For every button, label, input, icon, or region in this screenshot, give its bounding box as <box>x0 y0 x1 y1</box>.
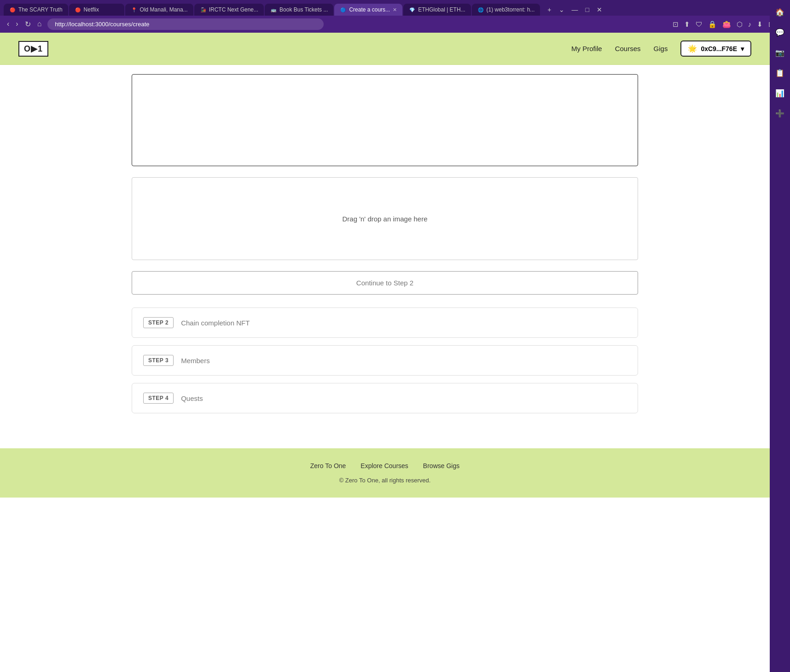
maximize-icon[interactable]: □ <box>583 5 592 14</box>
nav-my-profile[interactable]: My Profile <box>571 45 602 52</box>
tab-controls: + ⌄ — □ ✕ <box>545 5 605 14</box>
music-icon[interactable]: ♪ <box>747 19 753 29</box>
right-sidebar: 🏠 💬 📷 📋 📊 ➕ <box>770 0 790 672</box>
sidebar-add-icon[interactable]: ➕ <box>773 106 787 121</box>
step-3-card: STEP 3 Members <box>132 345 638 376</box>
footer-links: Zero To One Explore Courses Browse Gigs <box>18 462 751 469</box>
tab-label-bus: Book Bus Tickets ... <box>279 6 328 13</box>
wallet-address: 0xC9...F76E <box>701 45 737 52</box>
step-2-card: STEP 2 Chain completion NFT <box>132 307 638 338</box>
tab-create-course[interactable]: 🔵 Create a cours... ✕ <box>334 4 402 16</box>
tab-irctc[interactable]: 🚂 IRCTC Next Gene... <box>194 4 264 16</box>
tab-list-icon[interactable]: ⌄ <box>556 5 567 14</box>
reload-button[interactable]: ↻ <box>23 19 33 29</box>
sidebar-chat-icon[interactable]: 💬 <box>773 25 787 40</box>
home-button[interactable]: ⌂ <box>35 19 44 29</box>
footer-link-zero-to-one[interactable]: Zero To One <box>310 462 346 469</box>
page-wrapper: O▶1 My Profile Courses Gigs 🌟 0xC9...F76… <box>0 33 770 668</box>
back-button[interactable]: ‹ <box>5 19 12 29</box>
tab-web3torrent[interactable]: 🌐 (1) web3torrent: h... <box>472 4 540 16</box>
tab-netflix[interactable]: 🔴 Netflix <box>69 4 124 16</box>
footer: Zero To One Explore Courses Browse Gigs … <box>0 448 770 498</box>
download-icon[interactable]: ⬇ <box>755 19 764 30</box>
vpn-icon[interactable]: 🔒 <box>707 19 718 30</box>
nav-gigs[interactable]: Gigs <box>654 45 668 52</box>
browser-actions: ⊡ ⬆ 🛡 🔒 👛 ⬡ ♪ ⬇ ⊞ ≡ <box>671 19 785 30</box>
crypto-icon[interactable]: ⬡ <box>735 19 744 30</box>
close-window-icon[interactable]: ✕ <box>594 5 605 14</box>
address-bar-row: ‹ › ↻ ⌂ ⊡ ⬆ 🛡 🔒 👛 ⬡ ♪ ⬇ ⊞ ≡ <box>0 16 790 33</box>
step-4-card: STEP 4 Quests <box>132 383 638 413</box>
wallet-ext-icon[interactable]: 👛 <box>721 19 732 30</box>
address-input[interactable] <box>47 18 324 30</box>
tab-favicon-scary-truth: 🔴 <box>9 6 16 13</box>
nav-links: My Profile Courses Gigs 🌟 0xC9...F76E ▾ <box>571 41 751 57</box>
step-2-badge: STEP 2 <box>143 317 174 328</box>
minimize-icon[interactable]: — <box>569 5 581 14</box>
share-icon[interactable]: ⬆ <box>683 19 691 30</box>
tab-favicon-netflix: 🔴 <box>75 6 81 13</box>
cast-icon[interactable]: ⊡ <box>671 19 680 30</box>
wallet-emoji: 🌟 <box>688 44 697 53</box>
tab-label-scary-truth: The SCARY Truth <box>18 6 63 13</box>
drag-drop-label: Drag 'n' drop an image here <box>342 215 427 223</box>
tab-label-manali: Old Manali, Mana... <box>140 6 188 13</box>
tab-bar: 🔴 The SCARY Truth 🔴 Netflix 📍 Old Manali… <box>0 0 790 16</box>
tab-favicon-manali: 📍 <box>131 6 137 13</box>
tab-label-create: Create a cours... <box>349 6 390 13</box>
tab-bus[interactable]: 🚌 Book Bus Tickets ... <box>265 4 333 16</box>
tab-favicon-eth: 💎 <box>409 6 415 13</box>
tab-label-irctc: IRCTC Next Gene... <box>209 6 258 13</box>
tab-scary-truth[interactable]: 🔴 The SCARY Truth <box>4 4 68 16</box>
tab-ethglobal[interactable]: 💎 ETHGlobal | ETH... <box>403 4 471 16</box>
browser-chrome: 🔴 The SCARY Truth 🔴 Netflix 📍 Old Manali… <box>0 0 790 33</box>
nav-courses[interactable]: Courses <box>615 45 641 52</box>
text-editor-area[interactable] <box>132 74 638 166</box>
forward-button[interactable]: › <box>13 19 20 29</box>
tab-favicon-irctc: 🚂 <box>200 6 206 13</box>
continue-step2-button[interactable]: Continue to Step 2 <box>132 271 638 295</box>
footer-link-browse-gigs[interactable]: Browse Gigs <box>423 462 459 469</box>
tab-manali[interactable]: 📍 Old Manali, Mana... <box>125 4 193 16</box>
new-tab-icon[interactable]: + <box>545 5 554 14</box>
footer-copyright: © Zero To One, all rights reserved. <box>18 477 751 484</box>
tab-favicon-bus: 🚌 <box>270 6 277 13</box>
footer-link-explore-courses[interactable]: Explore Courses <box>360 462 408 469</box>
step-4-badge: STEP 4 <box>143 393 174 404</box>
shield-icon[interactable]: 🛡 <box>694 19 704 29</box>
step-3-label: Members <box>181 357 210 365</box>
logo[interactable]: O▶1 <box>18 41 48 57</box>
step-2-label: Chain completion NFT <box>181 319 250 327</box>
image-drop-area[interactable]: Drag 'n' drop an image here <box>132 177 638 260</box>
wallet-button[interactable]: 🌟 0xC9...F76E ▾ <box>680 41 751 57</box>
layout-wrapper: O▶1 My Profile Courses Gigs 🌟 0xC9...F76… <box>0 33 790 668</box>
tab-favicon-create: 🔵 <box>340 6 346 13</box>
sidebar-image-icon[interactable]: 📷 <box>773 45 787 60</box>
main-content: Drag 'n' drop an image here Continue to … <box>122 74 647 448</box>
tab-label-eth: ETHGlobal | ETH... <box>418 6 465 13</box>
wallet-chevron-icon: ▾ <box>741 45 744 52</box>
tab-label-web3: (1) web3torrent: h... <box>487 6 535 13</box>
navbar: O▶1 My Profile Courses Gigs 🌟 0xC9...F76… <box>0 33 770 65</box>
tab-label-netflix: Netflix <box>84 6 99 13</box>
sidebar-home-icon[interactable]: 🏠 <box>773 5 787 19</box>
step-3-badge: STEP 3 <box>143 355 174 366</box>
tab-favicon-web3: 🌐 <box>477 6 484 13</box>
nav-buttons: ‹ › ↻ ⌂ <box>5 19 44 29</box>
tab-close-icon[interactable]: ✕ <box>393 7 397 13</box>
sidebar-list-icon[interactable]: 📋 <box>773 65 787 80</box>
sidebar-grid-icon[interactable]: 📊 <box>773 86 787 100</box>
step-4-label: Quests <box>181 394 203 402</box>
